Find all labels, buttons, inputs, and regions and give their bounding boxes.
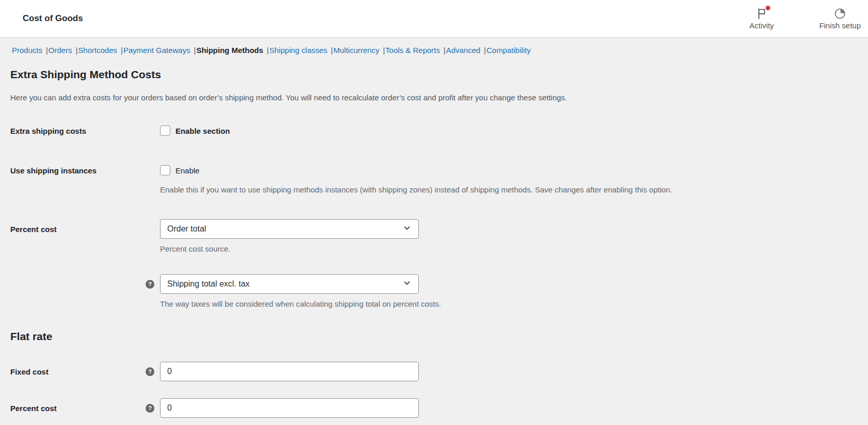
help-icon[interactable]: ? — [146, 280, 154, 289]
help-slot: ? — [146, 404, 160, 413]
tab-shortcodes[interactable]: Shortcodes — [78, 46, 117, 55]
percent-cost-source-select[interactable]: Order total — [160, 219, 419, 239]
tab-tools-reports[interactable]: Tools & Reports — [385, 46, 440, 55]
shipping-tax-value: Shipping total excl. tax — [167, 279, 250, 289]
activity-button[interactable]: Activity — [748, 4, 776, 34]
settings-tabs: Products|Orders|Shortcodes|Payment Gatew… — [0, 37, 868, 56]
shipping-tax-row: ? Shipping total excl. tax — [10, 274, 856, 294]
use-instances-checkbox-label: Enable — [175, 166, 200, 175]
use-shipping-instances-row: Use shipping instances Enable — [10, 165, 856, 175]
help-icon[interactable]: ? — [146, 404, 154, 413]
shipping-tax-description: The way taxes will be considered when ca… — [160, 299, 856, 309]
flat-rate-title: Flat rate — [10, 330, 856, 343]
enable-section-checkbox[interactable] — [160, 126, 170, 136]
notification-dot — [766, 6, 770, 10]
settings-content: Extra Shipping Method Costs Here you can… — [0, 68, 868, 418]
section-description: Here you can add extra costs for your or… — [10, 93, 856, 103]
tab-shipping-methods[interactable]: Shipping Methods — [197, 46, 263, 55]
shipping-tax-select[interactable]: Shipping total excl. tax — [160, 274, 419, 294]
finish-setup-button[interactable]: Finish setup — [817, 4, 863, 34]
extra-shipping-costs-label: Extra shipping costs — [10, 127, 146, 135]
use-instances-checkbox[interactable] — [160, 165, 170, 175]
nav-separator: | — [331, 46, 333, 55]
help-glyph: ? — [148, 281, 152, 287]
help-glyph: ? — [148, 369, 152, 375]
header-actions: Activity Finish setup — [748, 4, 863, 34]
tab-orders[interactable]: Orders — [48, 46, 72, 55]
header-bar: Cost of Goods Activity — [0, 0, 868, 37]
fixed-cost-input[interactable] — [160, 362, 419, 381]
help-glyph: ? — [148, 405, 152, 411]
tab-compatibility[interactable]: Compatibility — [487, 46, 531, 55]
finish-setup-label: Finish setup — [819, 21, 861, 30]
help-icon[interactable]: ? — [146, 367, 154, 376]
tab-payment-gateways[interactable]: Payment Gateways — [123, 46, 190, 55]
flat-percent-cost-label: Percent cost — [10, 404, 146, 413]
percent-cost-label: Percent cost — [10, 225, 146, 234]
app-window: Cost of Goods Activity — [0, 0, 868, 418]
percent-cost-source-value: Order total — [167, 224, 206, 234]
enable-section-option[interactable]: Enable section — [160, 126, 230, 136]
percent-cost-row: Percent cost Order total — [10, 219, 856, 239]
enable-section-checkbox-label: Enable section — [175, 127, 230, 135]
use-shipping-instances-description: Enable this if you want to use shipping … — [160, 185, 856, 195]
chevron-down-icon — [403, 279, 411, 289]
use-instances-option[interactable]: Enable — [160, 165, 200, 175]
tab-multicurrency[interactable]: Multicurrency — [333, 46, 379, 55]
percent-cost-source-description: Percent cost source. — [160, 244, 856, 254]
page-title: Cost of Goods — [23, 13, 83, 24]
flag-icon — [755, 7, 769, 21]
progress-pie-icon — [833, 7, 847, 21]
nav-separator: | — [46, 46, 48, 55]
tab-shipping-classes[interactable]: Shipping classes — [270, 46, 328, 55]
section-title: Extra Shipping Method Costs — [10, 68, 856, 81]
help-slot: ? — [146, 280, 160, 289]
nav-separator: | — [76, 46, 78, 55]
flat-percent-cost-input[interactable] — [160, 398, 419, 418]
nav-separator: | — [121, 46, 123, 55]
fixed-cost-label: Fixed cost — [10, 367, 146, 376]
help-slot: ? — [146, 367, 160, 376]
nav-separator: | — [383, 46, 385, 55]
use-shipping-instances-label: Use shipping instances — [10, 166, 146, 175]
chevron-down-icon — [403, 224, 411, 234]
nav-separator: | — [194, 46, 196, 55]
nav-separator: | — [444, 46, 446, 55]
activity-label: Activity — [750, 21, 774, 30]
extra-shipping-costs-row: Extra shipping costs Enable section — [10, 126, 856, 136]
tab-products[interactable]: Products — [12, 46, 42, 55]
nav-separator: | — [484, 46, 486, 55]
tab-advanced[interactable]: Advanced — [446, 46, 481, 55]
nav-separator: | — [267, 46, 269, 55]
fixed-cost-row: Fixed cost ? — [10, 362, 856, 381]
flat-percent-cost-row: Percent cost ? — [10, 398, 856, 418]
